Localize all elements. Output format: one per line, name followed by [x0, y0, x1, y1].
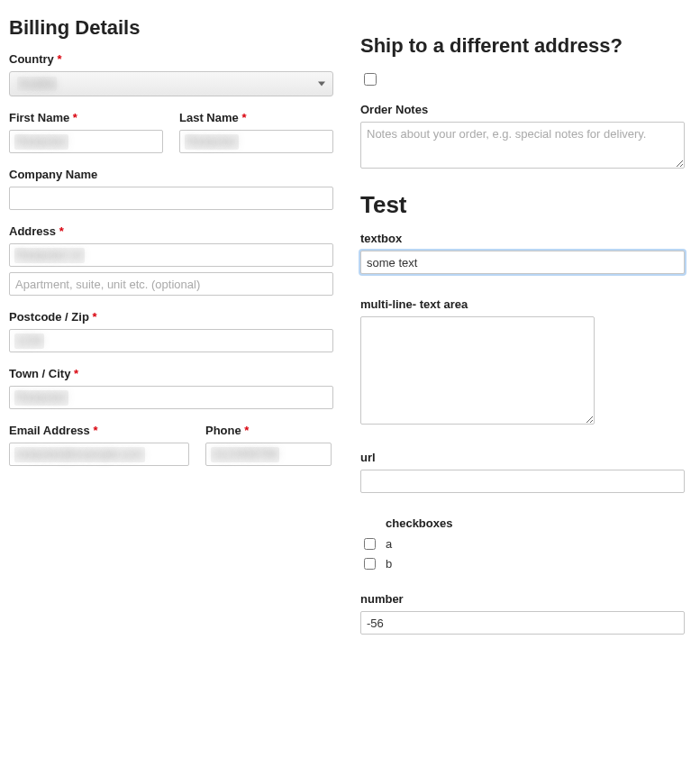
ship-different-checkbox[interactable]: [364, 73, 377, 86]
required-marker: *: [93, 424, 97, 437]
city-label: Town / City *: [9, 367, 333, 380]
city-value: Redacted: [14, 390, 68, 406]
billing-heading: Billing Details: [9, 16, 333, 40]
country-value: Austria: [17, 77, 57, 92]
email-value: redacted@example.com: [14, 447, 145, 462]
checkbox-a[interactable]: [364, 538, 376, 550]
order-notes-label: Order Notes: [360, 103, 685, 116]
phone-label: Phone *: [205, 424, 333, 437]
required-marker: *: [59, 224, 64, 238]
shipping-heading: Ship to a different address?: [360, 34, 685, 58]
textbox-label: textbox: [360, 232, 685, 245]
postcode-input[interactable]: [9, 329, 333, 352]
multiline-textarea[interactable]: [360, 316, 595, 425]
address-label: Address *: [9, 224, 333, 238]
last-name-value: Redacted: [185, 134, 239, 150]
required-marker: *: [241, 111, 246, 124]
order-notes-textarea[interactable]: [360, 122, 685, 169]
address2-input[interactable]: [9, 272, 333, 296]
checkbox-b-label: b: [386, 557, 392, 571]
number-input[interactable]: [360, 611, 685, 635]
last-name-label: Last Name *: [179, 111, 333, 124]
required-marker: *: [57, 52, 61, 66]
number-label: number: [360, 592, 685, 606]
textbox-input[interactable]: [360, 251, 685, 274]
country-label: Country *: [9, 52, 333, 66]
first-name-value: Redacted: [14, 134, 68, 150]
address1-value: Redacted 14: [14, 248, 85, 263]
chevron-down-icon: [318, 82, 325, 87]
first-name-label: First Name *: [9, 111, 163, 124]
phone-value: 0123456789: [211, 447, 279, 462]
url-label: url: [360, 451, 685, 464]
checkbox-a-label: a: [386, 537, 392, 551]
url-input[interactable]: [360, 470, 685, 493]
checkbox-b[interactable]: [364, 558, 376, 570]
required-marker: *: [244, 424, 249, 437]
company-label: Company Name: [9, 168, 333, 181]
required-marker: *: [92, 310, 96, 324]
country-select[interactable]: Austria: [9, 71, 333, 96]
required-marker: *: [73, 111, 77, 124]
checkboxes-label: checkboxes: [386, 516, 685, 530]
company-input[interactable]: [9, 187, 333, 210]
required-marker: *: [74, 367, 78, 380]
multiline-label: multi-line- text area: [360, 297, 685, 311]
test-heading: Test: [360, 191, 685, 219]
postcode-value: 1234: [14, 333, 44, 349]
email-label: Email Address *: [9, 424, 189, 437]
postcode-label: Postcode / Zip *: [9, 310, 333, 324]
